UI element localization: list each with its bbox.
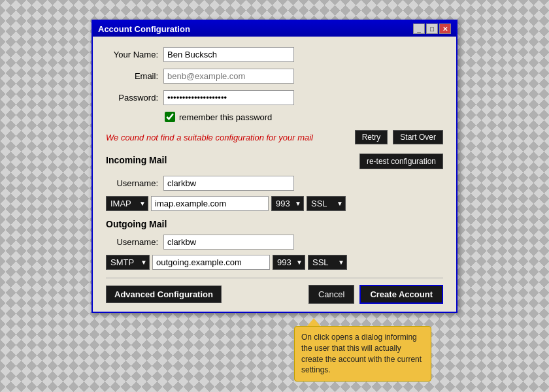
restore-button[interactable]: □ xyxy=(426,24,438,34)
title-bar-buttons: _ □ ✕ xyxy=(413,24,451,34)
minimize-button[interactable]: _ xyxy=(413,24,425,34)
outgoing-ssl-select[interactable]: SSL TLS None xyxy=(308,255,347,270)
outgoing-port-wrapper: 993 587 25 ▼ xyxy=(273,255,305,270)
tooltip-text: On click opens a dialog informing the us… xyxy=(301,333,422,374)
start-over-button[interactable]: Start Over xyxy=(393,130,443,144)
incoming-ssl-wrapper: SSL TLS None ▼ xyxy=(307,196,346,211)
outer-wrapper: Account Configuration _ □ ✕ Your Name: E… xyxy=(92,20,458,382)
incoming-protocol-select[interactable]: IMAP POP3 xyxy=(106,196,148,211)
advanced-config-button[interactable]: Advanced Configuration xyxy=(106,286,222,303)
footer-right-buttons: Cancel Create Account xyxy=(308,285,443,304)
outgoing-username-label: Username: xyxy=(106,237,158,247)
retest-button[interactable]: re-test configuration xyxy=(359,154,443,169)
password-input[interactable] xyxy=(163,90,294,105)
footer-row: Advanced Configuration Cancel Create Acc… xyxy=(106,285,443,304)
outgoing-username-row: Username: xyxy=(106,235,443,250)
incoming-port-wrapper: 993 143 ▼ xyxy=(271,196,304,211)
password-label: Password: xyxy=(106,93,158,103)
your-name-input[interactable] xyxy=(163,47,294,62)
incoming-protocol-wrapper: IMAP POP3 ▼ xyxy=(106,196,148,211)
outgoing-server-input[interactable] xyxy=(152,255,270,270)
incoming-username-input[interactable] xyxy=(163,176,294,191)
cancel-button[interactable]: Cancel xyxy=(308,285,354,304)
tooltip-box: On click opens a dialog informing the us… xyxy=(294,326,431,382)
email-row: Email: xyxy=(106,69,443,84)
email-label: Email: xyxy=(106,71,158,81)
close-button[interactable]: ✕ xyxy=(439,24,451,34)
outgoing-protocol-select[interactable]: SMTP xyxy=(106,255,150,270)
outgoing-ssl-wrapper: SSL TLS None ▼ xyxy=(308,255,347,270)
your-name-row: Your Name: xyxy=(106,47,443,62)
incoming-port-select[interactable]: 993 143 xyxy=(271,196,304,211)
remember-password-checkbox[interactable] xyxy=(165,112,175,122)
remember-password-label: remember this password xyxy=(179,112,272,122)
incoming-ssl-select[interactable]: SSL TLS None xyxy=(307,196,346,211)
outgoing-username-input[interactable] xyxy=(163,235,294,250)
outgoing-protocol-row: SMTP ▼ 993 587 25 ▼ SSL TLS xyxy=(106,255,443,270)
error-text: We cound not find a suitable configurati… xyxy=(106,133,350,142)
your-name-label: Your Name: xyxy=(106,50,158,59)
incoming-protocol-row: IMAP POP3 ▼ 993 143 ▼ SSL TLS xyxy=(106,196,443,211)
account-config-window: Account Configuration _ □ ✕ Your Name: E… xyxy=(92,20,458,313)
password-row: Password: xyxy=(106,90,443,105)
window-title: Account Configuration xyxy=(98,24,190,34)
tooltip-arrow xyxy=(307,318,320,326)
incoming-username-label: Username: xyxy=(106,178,158,188)
retry-button[interactable]: Retry xyxy=(355,130,388,144)
title-bar: Account Configuration _ □ ✕ xyxy=(93,21,456,37)
incoming-mail-header: Incoming Mail xyxy=(106,155,167,165)
tooltip-wrapper: On click opens a dialog informing the us… xyxy=(294,318,438,382)
error-row: We cound not find a suitable configurati… xyxy=(106,130,443,144)
window-content: Your Name: Email: Password: remember thi… xyxy=(93,37,456,312)
outgoing-mail-header: Outgoing Mail xyxy=(106,219,443,229)
incoming-username-row: Username: xyxy=(106,176,443,191)
outgoing-port-select[interactable]: 993 587 25 xyxy=(273,255,305,270)
footer-divider xyxy=(106,278,443,278)
email-input[interactable] xyxy=(163,69,294,84)
outgoing-protocol-wrapper: SMTP ▼ xyxy=(106,255,150,270)
create-account-button[interactable]: Create Account xyxy=(359,285,443,304)
incoming-server-input[interactable] xyxy=(151,196,269,211)
incoming-mail-header-row: Incoming Mail re-test configuration xyxy=(106,152,443,171)
remember-password-row: remember this password xyxy=(165,112,443,122)
